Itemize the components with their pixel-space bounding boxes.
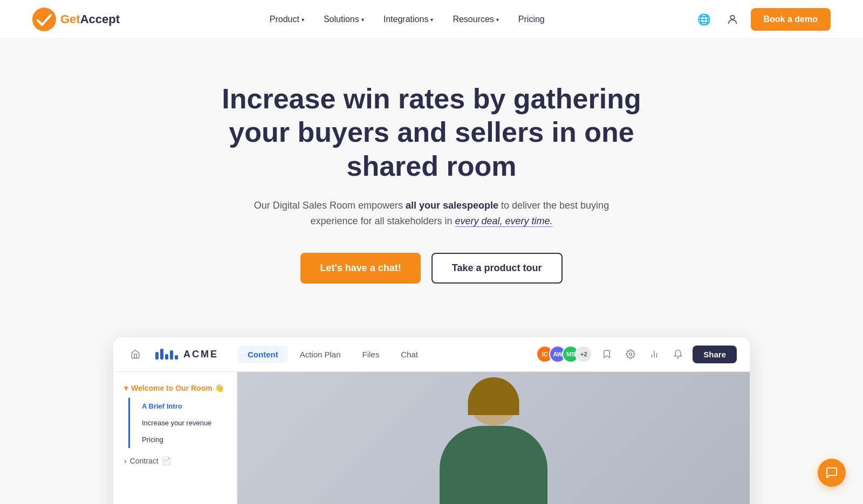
nav-item-solutions[interactable]: Solutions ▾ (324, 15, 364, 24)
demo-company-name: ACME (183, 349, 218, 360)
user-icon[interactable] (723, 10, 742, 29)
avatar-count: +2 (575, 346, 592, 363)
settings-icon[interactable] (621, 345, 640, 363)
nav-item-integrations[interactable]: Integrations ▾ (383, 15, 434, 24)
chat-bubble[interactable] (818, 459, 846, 487)
demo-window: ACME Content Action Plan Files Chat IC A… (113, 337, 750, 504)
sidebar-item-revenue[interactable]: Increase your revenue (136, 415, 230, 431)
sidebar-item-intro[interactable]: A Brief Intro (136, 398, 230, 415)
demo-sidebar: ▾ Welcome to Our Room 👋 A Brief Intro In… (113, 372, 237, 504)
demo-logo-area: ACME (155, 349, 218, 360)
demo-container: ACME Content Action Plan Files Chat IC A… (0, 337, 863, 504)
chevron-down-icon: ▾ (496, 17, 499, 23)
tab-files[interactable]: Files (353, 346, 389, 363)
sidebar-section-header[interactable]: ▾ Welcome to Our Room 👋 (120, 381, 230, 396)
nav-item-resources[interactable]: Resources ▾ (453, 15, 498, 24)
chevron-down-icon: ▾ (430, 17, 433, 23)
chevron-down-icon: ▾ (302, 17, 304, 23)
logo-text: GetAccept (60, 12, 120, 26)
demo-home-icon[interactable] (126, 345, 145, 363)
sidebar-item-pricing[interactable]: Pricing (136, 431, 230, 448)
nav-link-pricing[interactable]: Pricing (518, 15, 545, 24)
chart-icon[interactable] (645, 345, 663, 363)
nav-link-integrations[interactable]: Integrations ▾ (383, 15, 434, 24)
nav-item-product[interactable]: Product ▾ (270, 15, 304, 24)
chevron-right-icon: › (124, 457, 127, 465)
svg-point-2 (629, 353, 632, 356)
sidebar-items: A Brief Intro Increase your revenue Pric… (128, 398, 230, 448)
contract-icon: 📄 (162, 457, 171, 465)
person-body (440, 426, 547, 504)
bookmark-icon[interactable] (598, 345, 616, 363)
tab-content[interactable]: Content (238, 346, 288, 363)
sidebar-section-contract[interactable]: › Contract 📄 (120, 452, 230, 470)
bar1 (155, 352, 159, 360)
demo-navbar: ACME Content Action Plan Files Chat IC A… (113, 337, 750, 372)
demo-tabs: Content Action Plan Files Chat (238, 346, 525, 363)
nav-link-product[interactable]: Product ▾ (270, 15, 304, 24)
book-demo-button[interactable]: Book a demo (751, 8, 831, 31)
nav-link-resources[interactable]: Resources ▾ (453, 15, 498, 24)
person-head-area (469, 377, 518, 426)
tab-action-plan[interactable]: Action Plan (290, 346, 351, 363)
chevron-down-icon: ▾ (361, 17, 364, 23)
bell-icon[interactable] (669, 345, 687, 363)
person-figure (440, 377, 547, 504)
bar4 (170, 350, 173, 360)
contract-label: Contract (130, 457, 159, 465)
hero-subtext: Our Digital Sales Room empowers all your… (254, 198, 609, 229)
nav-link-solutions[interactable]: Solutions ▾ (324, 15, 364, 24)
nav-item-pricing[interactable]: Pricing (518, 15, 545, 24)
bar3 (165, 354, 168, 360)
hero-section: Increase win rates by gathering your buy… (0, 39, 863, 316)
sidebar-section-label: Welcome to Our Room 👋 (131, 384, 224, 392)
demo-logo-bars (155, 349, 178, 360)
product-tour-button[interactable]: Take a product tour (432, 253, 563, 284)
video-placeholder (237, 372, 750, 504)
tab-chat[interactable]: Chat (391, 346, 428, 363)
logo[interactable]: GetAccept (32, 8, 120, 31)
globe-icon[interactable]: 🌐 (695, 10, 714, 29)
svg-point-0 (32, 8, 56, 31)
person-hair (468, 377, 519, 415)
chevron-down-icon: ▾ (124, 384, 128, 392)
demo-actions: IC AW MS +2 (536, 345, 737, 363)
nav-actions: 🌐 Book a demo (695, 8, 831, 31)
nav-links: Product ▾ Solutions ▾ Integrations ▾ Res… (270, 15, 545, 24)
bar2 (160, 349, 163, 360)
share-button[interactable]: Share (693, 346, 737, 363)
avatar-group: IC AW MS +2 (536, 346, 592, 363)
navbar: GetAccept Product ▾ Solutions ▾ Integrat… (0, 0, 863, 39)
bar5 (175, 355, 178, 360)
hero-headline: Increase win rates by gathering your buy… (210, 82, 653, 183)
demo-body: ▾ Welcome to Our Room 👋 A Brief Intro In… (113, 372, 750, 504)
hero-buttons: Let's have a chat! Take a product tour (11, 253, 852, 284)
svg-point-1 (730, 15, 734, 19)
demo-main-content (237, 372, 750, 504)
chat-button[interactable]: Let's have a chat! (300, 253, 420, 284)
